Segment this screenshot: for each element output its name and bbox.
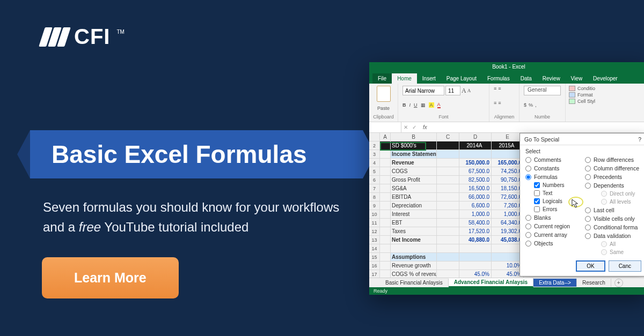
ribbon-tab-home[interactable]: Home: [392, 73, 417, 84]
border-icon[interactable]: ▦: [421, 102, 426, 108]
ribbon-clipboard-group: Paste Clipboard: [369, 84, 398, 122]
table-row[interactable]: 16Revenue growth10.0%: [369, 262, 525, 270]
worksheet-grid[interactable]: ABCDE 2 SD $000's 2014A 2015A 3Income St…: [369, 133, 525, 279]
table-row[interactable]: 4Revenue150,000.0165,000.0: [369, 159, 525, 167]
align-left-icon[interactable]: ≡: [494, 100, 496, 106]
dialog-option-last-cell[interactable]: Last cell: [585, 207, 640, 213]
dialog-titlebar[interactable]: Go To Special ?: [520, 133, 644, 145]
logo-bars-icon: [42, 27, 68, 47]
dialog-option-precedents[interactable]: Precedents: [585, 174, 640, 180]
ribbon-tab-developer[interactable]: Developer: [588, 73, 623, 84]
dialog-option-comments[interactable]: Comments: [525, 156, 581, 163]
dialog-option-all: All: [585, 241, 640, 247]
logo-tm: TM: [116, 29, 124, 35]
ribbon-tab-page-layout[interactable]: Page Layout: [441, 73, 482, 84]
learn-more-button[interactable]: Learn More: [42, 257, 179, 298]
dialog-option-text[interactable]: Text: [525, 190, 581, 196]
dialog-cancel-button[interactable]: Canc: [609, 260, 641, 272]
align-mid-icon[interactable]: ≡: [498, 86, 501, 91]
ribbon-tab-insert[interactable]: Insert: [417, 73, 441, 84]
underline-icon[interactable]: U: [414, 102, 418, 108]
sheet-tab[interactable]: Basic Financial Anlaysis: [380, 279, 449, 287]
sheet-tab[interactable]: Research: [577, 279, 611, 287]
number-group-label: Numbe: [524, 114, 561, 120]
format-as-table-button[interactable]: Format: [569, 92, 644, 98]
dialog-option-formulas[interactable]: Formulas: [525, 174, 581, 180]
excel-ribbon-tabs: FileHomeInsertPage LayoutFormulasDataRev…: [369, 72, 644, 84]
table-row[interactable]: 15Assumptions: [369, 253, 525, 262]
table-row[interactable]: 7SG&A16,500.018,150.0: [369, 184, 525, 193]
table-row[interactable]: 13Net Income40,880.045,038.0: [369, 236, 525, 244]
col-header-E[interactable]: E: [492, 133, 524, 141]
excel-ribbon: Paste Clipboard A A B I U ▦ A A Font ≡: [369, 84, 644, 122]
col-header-A[interactable]: A: [380, 133, 391, 141]
subtitle-emphasis: free: [79, 220, 101, 234]
dialog-option-constants[interactable]: Constants: [525, 165, 581, 171]
dialog-option-conditional-forma[interactable]: Conditional forma: [585, 224, 640, 230]
dialog-option-visible-cells-only[interactable]: Visible cells only: [585, 215, 640, 222]
align-center-icon[interactable]: ≡: [498, 100, 501, 106]
go-to-special-dialog: Go To Special ? Select CommentsConstants…: [519, 133, 644, 277]
increase-font-icon[interactable]: A: [462, 87, 466, 95]
dialog-option-dependents[interactable]: Dependents: [585, 182, 640, 189]
dialog-option-row-differences[interactable]: Row differences: [585, 156, 640, 163]
paste-icon[interactable]: [377, 86, 391, 102]
comma-icon[interactable]: ,: [535, 102, 537, 108]
table-row[interactable]: 3Income Statement: [369, 150, 525, 159]
ribbon-tab-view[interactable]: View: [566, 73, 588, 84]
page-title: Basic Excel Formulas: [30, 140, 307, 169]
font-name-input[interactable]: [402, 86, 444, 95]
cancel-fx-icon[interactable]: ✕: [401, 124, 410, 130]
formula-bar: ✕ ✓ fx: [369, 122, 644, 133]
currency-icon[interactable]: $: [524, 102, 526, 108]
align-top-icon[interactable]: ≡: [494, 86, 496, 91]
font-size-input[interactable]: [445, 86, 460, 95]
percent-icon[interactable]: %: [529, 102, 533, 108]
dialog-option-objects[interactable]: Objects: [525, 240, 581, 247]
col-header-D[interactable]: D: [459, 133, 492, 141]
table-row[interactable]: 6Gross Profit82,500.090,750.0: [369, 176, 525, 184]
col-header-B[interactable]: B: [391, 133, 437, 141]
table-row[interactable]: 14: [369, 244, 525, 253]
ribbon-tab-file[interactable]: File: [372, 73, 392, 84]
ribbon-alignment-group: ≡ ≡ ≡ ≡ Alignmen: [489, 84, 519, 122]
sheet-tab[interactable]: Extra Data-->: [533, 279, 577, 287]
logo-text: CFI: [74, 25, 110, 49]
italic-icon[interactable]: I: [409, 102, 411, 108]
number-format-select[interactable]: General: [524, 86, 561, 95]
dialog-option-column-difference[interactable]: Column difference: [585, 165, 640, 171]
title-bar: Basic Excel Formulas: [30, 130, 363, 178]
name-box[interactable]: [369, 122, 401, 132]
dialog-option-current-array[interactable]: Current array: [525, 232, 581, 238]
table-row[interactable]: 5COGS67,500.074,250.0: [369, 167, 525, 176]
bold-icon[interactable]: B: [402, 102, 406, 108]
cell-styles-button[interactable]: Cell Styl: [569, 99, 644, 104]
enter-fx-icon[interactable]: ✓: [410, 124, 419, 130]
table-row[interactable]: 10Interest1,000.01,000.0: [369, 210, 525, 219]
dialog-option-data-validation[interactable]: Data validation: [585, 233, 640, 239]
dialog-option-same: Same: [585, 249, 640, 255]
conditional-formatting-button[interactable]: Conditio: [569, 86, 644, 91]
font-color-icon[interactable]: A: [437, 102, 441, 108]
table-row[interactable]: 12Taxes17,520.019,302.0: [369, 227, 525, 236]
ribbon-number-group: General $ % , Numbe: [519, 84, 566, 122]
ribbon-tab-data[interactable]: Data: [515, 73, 537, 84]
ribbon-tab-review[interactable]: Review: [537, 73, 566, 84]
add-sheet-button[interactable]: +: [614, 279, 623, 287]
fx-icon[interactable]: fx: [419, 124, 431, 130]
ribbon-tab-formulas[interactable]: Formulas: [482, 73, 515, 84]
dialog-option-current-region[interactable]: Current region: [525, 223, 581, 229]
dialog-ok-button[interactable]: OK: [576, 260, 605, 272]
dialog-option-blanks[interactable]: Blanks: [525, 214, 581, 221]
dialog-option-numbers[interactable]: Numbers: [525, 182, 581, 188]
dialog-help-icon[interactable]: ?: [638, 136, 641, 143]
table-row[interactable]: 11EBT58,400.064,340.0: [369, 219, 525, 227]
table-row[interactable]: 8EBITDA66,000.072,600.0: [369, 193, 525, 201]
fill-color-icon[interactable]: A: [429, 102, 434, 108]
table-row[interactable]: 9Depreciation6,600.07,260.0: [369, 201, 525, 210]
col-header-C[interactable]: C: [437, 133, 459, 141]
font-group-label: Font: [402, 114, 485, 120]
decrease-font-icon[interactable]: A: [467, 88, 471, 93]
dialog-option-all-levels: All levels: [585, 199, 640, 205]
sheet-tab[interactable]: Advanced Financial Anlaysis: [449, 278, 533, 287]
